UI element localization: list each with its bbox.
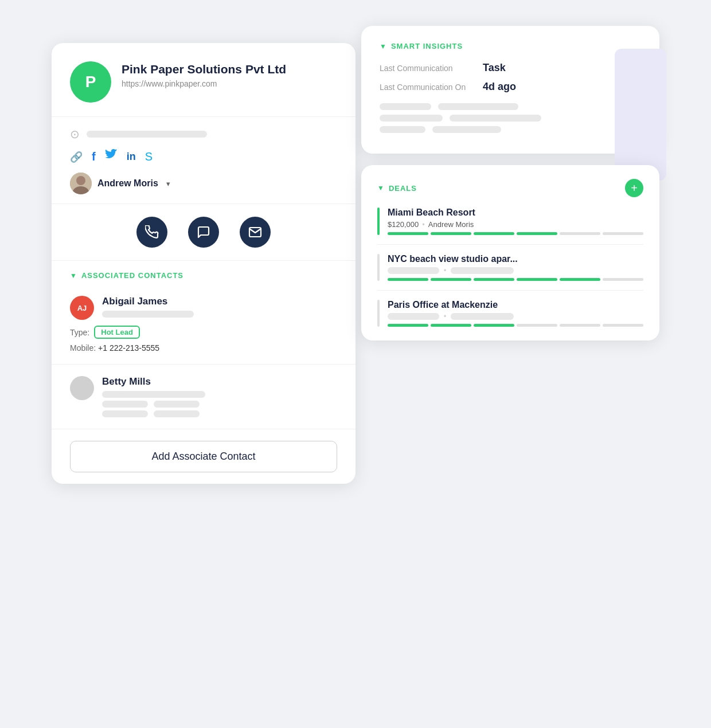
company-info: Pink Paper Solutions Pvt Ltd https://www… bbox=[122, 61, 286, 88]
social-row: 🔗 f in S bbox=[70, 149, 337, 165]
company-avatar: P bbox=[70, 61, 111, 103]
smart-insights-card: ▼ SMART INSIGHTS Last Communication Task… bbox=[361, 26, 659, 154]
deal-placeholder-meta-1: • bbox=[388, 267, 643, 275]
deal-name-0[interactable]: Miami Beach Resort bbox=[388, 208, 643, 218]
contact-abigail-placeholder bbox=[102, 311, 194, 318]
si-placeholder-area bbox=[380, 103, 641, 133]
deals-header: ▼ DEALS + bbox=[377, 179, 643, 197]
si-ph-1b bbox=[438, 103, 518, 110]
si-value-1: 4d ago bbox=[483, 81, 516, 93]
chat-button[interactable] bbox=[188, 217, 219, 248]
smart-insights-header: ▼ SMART INSIGHTS bbox=[380, 42, 641, 50]
linkedin-icon[interactable]: in bbox=[127, 151, 136, 163]
prog-seg bbox=[474, 324, 514, 327]
prog-seg bbox=[388, 324, 428, 327]
deal-progress-2 bbox=[388, 324, 643, 327]
si-key-0: Last Communication bbox=[380, 64, 483, 73]
deals-title: DEALS bbox=[389, 184, 417, 193]
prog-seg bbox=[431, 324, 471, 327]
si-ph-2b bbox=[450, 115, 541, 122]
contact-abigail-name: Abigail James bbox=[102, 296, 194, 307]
prog-seg bbox=[603, 232, 643, 235]
prog-seg bbox=[517, 278, 557, 281]
prog-seg bbox=[603, 324, 643, 327]
deal-meta-0: $120,000 • Andrew Moris bbox=[388, 220, 643, 229]
deal-amount-0: $120,000 bbox=[388, 220, 419, 229]
deal-name-1[interactable]: NYC beach view studio apar... bbox=[388, 254, 643, 264]
link-icon[interactable]: 🔗 bbox=[70, 151, 83, 163]
deal-accent-1 bbox=[377, 254, 380, 281]
svg-point-1 bbox=[76, 176, 85, 185]
mobile-number: +1 222-213-5555 bbox=[98, 343, 159, 353]
si-key-1: Last Communication On bbox=[380, 83, 483, 92]
call-button[interactable] bbox=[136, 217, 167, 248]
deal-name-2[interactable]: Paris Office at Mackenzie bbox=[388, 300, 643, 310]
left-contact-card: P Pink Paper Solutions Pvt Ltd https://w… bbox=[52, 43, 356, 484]
email-button[interactable] bbox=[240, 217, 271, 248]
right-panel: ▼ SMART INSIGHTS Last Communication Task… bbox=[361, 26, 659, 340]
prog-seg bbox=[431, 232, 471, 235]
deal-content-1: NYC beach view studio apar... • bbox=[388, 254, 643, 281]
si-ph-3b bbox=[432, 126, 501, 133]
contact-betty-name: Betty Mills bbox=[102, 376, 205, 388]
add-associate-contact-button[interactable]: Add Associate Contact bbox=[70, 441, 337, 472]
deal-ph-2a bbox=[388, 313, 439, 320]
contact-avatar-betty bbox=[70, 376, 94, 400]
deal-dot-0: • bbox=[422, 220, 425, 229]
facebook-icon[interactable]: f bbox=[92, 150, 96, 163]
betty-placeholder-1 bbox=[102, 391, 205, 398]
si-ph-1a bbox=[380, 103, 431, 110]
deals-collapse-icon[interactable]: ▼ bbox=[377, 184, 384, 192]
contact-item-abigail: AJ Abigail James Type: Hot Lead Mobile: … bbox=[52, 287, 356, 365]
skype-icon[interactable]: S bbox=[145, 150, 153, 163]
deals-card: ▼ DEALS + Miami Beach Resort $120,000 • … bbox=[361, 165, 659, 340]
deals-add-button[interactable]: + bbox=[625, 179, 643, 197]
si-row-0: Last Communication Task bbox=[380, 62, 641, 74]
prog-seg bbox=[517, 232, 557, 235]
deal-content-0: Miami Beach Resort $120,000 • Andrew Mor… bbox=[388, 208, 643, 235]
company-header: P Pink Paper Solutions Pvt Ltd https://w… bbox=[52, 43, 356, 117]
deal-ph-1b bbox=[451, 267, 514, 274]
prog-seg bbox=[517, 324, 557, 327]
contact-abigail-details: Abigail James bbox=[102, 296, 194, 318]
associated-contacts-title: ASSOCIATED CONTACTS bbox=[81, 271, 183, 280]
prog-seg bbox=[560, 278, 600, 281]
prog-seg bbox=[560, 324, 600, 327]
location-icon: ⊙ bbox=[70, 127, 80, 141]
deal-accent-2 bbox=[377, 300, 380, 327]
deal-accent-0 bbox=[377, 208, 380, 235]
si-ph-3a bbox=[380, 126, 425, 133]
deal-ph-1a bbox=[388, 267, 439, 274]
company-url[interactable]: https://www.pinkpaper.com bbox=[122, 79, 286, 88]
associated-contacts-header: ▼ ASSOCIATED CONTACTS bbox=[52, 261, 356, 287]
prog-seg bbox=[474, 278, 514, 281]
company-name: Pink Paper Solutions Pvt Ltd bbox=[122, 61, 286, 77]
contact-betty-details: Betty Mills bbox=[102, 376, 205, 417]
twitter-icon[interactable] bbox=[105, 149, 118, 165]
prog-seg bbox=[388, 278, 428, 281]
betty-placeholder-3b bbox=[154, 410, 200, 417]
deal-mid-dot-2: • bbox=[444, 312, 446, 320]
contact-type-row: Type: Hot Lead bbox=[70, 326, 337, 339]
betty-placeholder-3a bbox=[102, 410, 148, 417]
prog-seg bbox=[560, 232, 600, 235]
betty-placeholder-2b bbox=[154, 401, 200, 408]
mobile-row: Mobile: +1 222-213-5555 bbox=[70, 343, 337, 353]
prog-seg bbox=[603, 278, 643, 281]
location-placeholder bbox=[87, 131, 207, 138]
hot-lead-badge[interactable]: Hot Lead bbox=[94, 326, 140, 339]
location-row: ⊙ bbox=[70, 127, 337, 141]
section-collapse-icon[interactable]: ▼ bbox=[70, 272, 77, 280]
deal-item-0: Miami Beach Resort $120,000 • Andrew Mor… bbox=[377, 208, 643, 245]
associated-contacts-section: ▼ ASSOCIATED CONTACTS AJ Abigail James T… bbox=[52, 261, 356, 472]
si-value-0: Task bbox=[483, 62, 506, 74]
deal-ph-2b bbox=[451, 313, 514, 320]
smart-insights-title: SMART INSIGHTS bbox=[391, 42, 463, 50]
dropdown-arrow-icon[interactable]: ▾ bbox=[166, 179, 170, 188]
deal-placeholder-meta-2: • bbox=[388, 312, 643, 320]
prog-seg bbox=[474, 232, 514, 235]
deal-item-1: NYC beach view studio apar... • bbox=[377, 254, 643, 291]
si-collapse-icon[interactable]: ▼ bbox=[380, 42, 386, 50]
deal-progress-1 bbox=[388, 278, 643, 281]
deal-progress-0 bbox=[388, 232, 643, 235]
